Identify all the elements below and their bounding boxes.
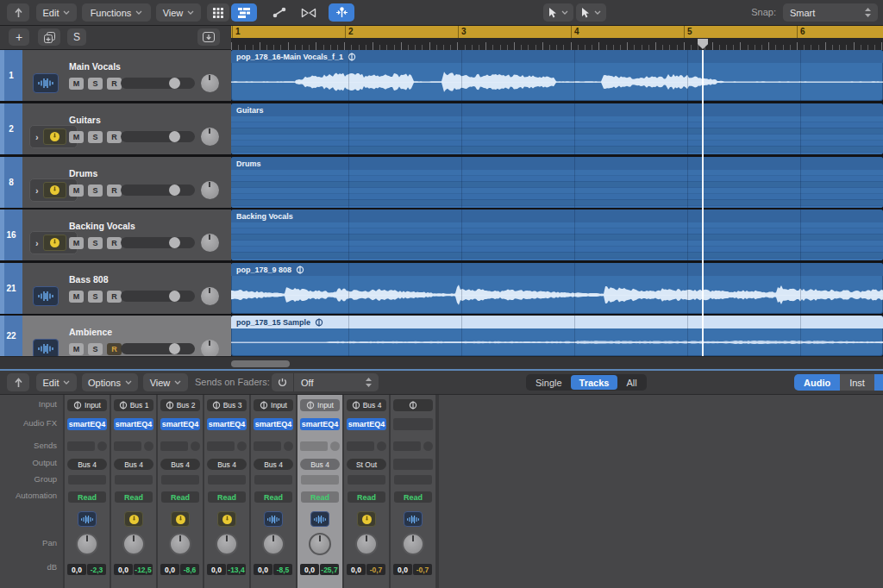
db-gain-value[interactable]: 0,0 <box>67 564 86 575</box>
pan-knob[interactable] <box>201 181 219 199</box>
volume-slider-thumb[interactable] <box>169 343 180 354</box>
add-track-button[interactable]: + <box>9 28 29 46</box>
automation-mode-button[interactable]: Read <box>348 491 385 503</box>
output-button[interactable]: Bus 4 <box>160 459 200 470</box>
track-header-config-button[interactable] <box>197 28 220 46</box>
group-slot[interactable] <box>301 475 339 485</box>
output-empty-slot[interactable] <box>393 459 433 470</box>
volume-slider-thumb[interactable] <box>169 185 180 196</box>
channel-strip-7[interactable]: Bus 4smartEQ4St OutRead 0,0-0,7 <box>344 395 389 588</box>
mixer-edit-menu[interactable]: Edit <box>36 373 77 391</box>
mixer-view-segment-tracks[interactable]: Tracks <box>571 375 618 390</box>
playhead-line[interactable] <box>702 50 704 356</box>
output-button[interactable]: Bus 4 <box>300 459 340 470</box>
volume-slider-thumb[interactable] <box>169 131 180 142</box>
region-drums[interactable]: Drums <box>231 157 883 208</box>
group-slot[interactable] <box>208 475 246 485</box>
sends-on-faders-power-button[interactable] <box>272 373 294 391</box>
mute-button[interactable]: M <box>69 185 84 197</box>
solo-button[interactable]: S <box>88 291 103 303</box>
snap-select[interactable]: Smart <box>783 3 878 22</box>
command-click-tool-menu[interactable] <box>576 3 606 22</box>
track-name[interactable]: Main Vocals <box>69 61 121 72</box>
send-knob-slot[interactable] <box>191 441 200 451</box>
track-header-guitars[interactable]: 2› GuitarsMSR <box>0 103 231 154</box>
region-pop-178-16-main-vocals-f-1[interactable]: pop_178_16-Main Vocals_f_1 <box>231 50 883 101</box>
volume-slider[interactable] <box>121 78 195 89</box>
hide-library-button[interactable] <box>7 3 29 22</box>
solo-mode-button[interactable]: S <box>67 28 86 46</box>
input-button[interactable]: Bus 3 <box>207 399 247 411</box>
audio-fx-slot[interactable]: smartEQ4 <box>114 418 153 430</box>
region-header[interactable]: Guitars <box>231 103 883 116</box>
audio-track-icon[interactable] <box>33 286 59 306</box>
audio-fx-slot[interactable]: smartEQ4 <box>254 418 293 430</box>
input-button[interactable]: Bus 2 <box>160 399 200 411</box>
region-guitars[interactable]: Guitars <box>231 103 883 154</box>
functions-menu[interactable]: Functions <box>82 3 151 22</box>
record-enable-button[interactable]: R <box>107 131 122 143</box>
tracks-view-button[interactable] <box>231 3 257 22</box>
mixer-filter-inst[interactable]: Inst <box>840 374 874 391</box>
audio-track-icon[interactable] <box>33 73 59 93</box>
db-gain-value[interactable]: 0,0 <box>347 564 366 575</box>
db-peak-value[interactable]: -0,7 <box>413 564 432 575</box>
input-button[interactable]: Input <box>254 399 293 411</box>
automation-mode-button[interactable]: Read <box>208 491 246 503</box>
track-name[interactable]: Drums <box>69 168 97 178</box>
channel-pan-knob[interactable] <box>216 533 238 555</box>
channel-pan-knob[interactable] <box>122 533 145 555</box>
region-pop-178-9-808[interactable]: pop_178_9 808 <box>231 263 883 314</box>
mixer-view-segment-all[interactable]: All <box>617 375 645 390</box>
audio-fx-slot[interactable]: smartEQ4 <box>67 418 107 430</box>
solo-button[interactable]: S <box>88 237 103 249</box>
track-header-main-vocals[interactable]: 1 Main VocalsMSR <box>0 50 231 101</box>
channel-strip-2[interactable]: Bus 1smartEQ4Bus 4Read 0,0-12,5 <box>111 395 156 588</box>
track-header-ambience[interactable]: 22 AmbienceMSR <box>0 316 231 356</box>
audio-fx-slot[interactable]: smartEQ4 <box>347 418 386 430</box>
track-header-bass-808[interactable]: 21 Bass 808MSR <box>0 263 231 314</box>
automation-mode-button[interactable]: Read <box>115 491 153 503</box>
bar-ruler[interactable]: 123456 <box>231 26 883 50</box>
grid-view-button[interactable] <box>207 3 229 22</box>
channel-strip-6[interactable]: InputsmartEQ4Bus 4Read 0,0-25,7 <box>297 395 342 588</box>
mixer-options-menu[interactable]: Options <box>82 373 138 391</box>
audio-fx-empty-slot[interactable] <box>393 418 433 430</box>
send-slot[interactable] <box>114 441 141 451</box>
group-slot[interactable] <box>68 475 106 485</box>
db-peak-value[interactable]: -13,4 <box>227 564 246 575</box>
channel-strip-3[interactable]: Bus 2smartEQ4Bus 4Read 0,0-8,6 <box>158 395 203 588</box>
pan-knob[interactable] <box>201 287 219 305</box>
input-button[interactable]: Bus 1 <box>114 399 153 411</box>
solo-button[interactable]: S <box>88 185 103 197</box>
db-gain-value[interactable]: 0,0 <box>207 564 226 575</box>
record-enable-button[interactable]: R <box>107 185 122 197</box>
output-button[interactable]: Bus 4 <box>254 459 293 470</box>
track-name[interactable]: Backing Vocals <box>69 221 135 231</box>
region-backing-vocals[interactable]: Backing Vocals <box>231 210 883 260</box>
input-button[interactable]: Input <box>300 399 340 411</box>
volume-slider-thumb[interactable] <box>169 78 180 89</box>
send-knob-slot[interactable] <box>97 441 107 451</box>
db-peak-value[interactable]: -25,7 <box>320 564 339 575</box>
send-knob-slot[interactable] <box>377 441 386 451</box>
channel-pan-knob[interactable] <box>355 533 378 555</box>
solo-button[interactable]: S <box>88 343 103 355</box>
track-name[interactable]: Guitars <box>69 115 101 125</box>
solo-button[interactable]: S <box>88 131 103 143</box>
mute-button[interactable]: M <box>69 343 84 355</box>
ruler-cycle-band[interactable] <box>231 26 883 38</box>
group-slot[interactable] <box>254 475 292 485</box>
send-knob-slot[interactable] <box>330 441 340 451</box>
disclosure-arrow-icon[interactable]: › <box>35 238 39 248</box>
send-slot[interactable] <box>160 441 188 451</box>
volume-slider-thumb[interactable] <box>169 291 180 302</box>
output-button[interactable]: Bus 4 <box>114 459 153 470</box>
input-button[interactable]: Bus 4 <box>347 399 386 411</box>
db-gain-value[interactable]: 0,0 <box>393 564 412 575</box>
send-slot[interactable] <box>393 441 421 451</box>
db-peak-value[interactable]: -0,7 <box>366 564 385 575</box>
horizontal-scrollbar-thumb[interactable] <box>231 360 290 367</box>
disclosure-arrow-icon[interactable]: › <box>35 132 39 142</box>
sends-on-faders-select[interactable]: Off <box>294 373 379 391</box>
